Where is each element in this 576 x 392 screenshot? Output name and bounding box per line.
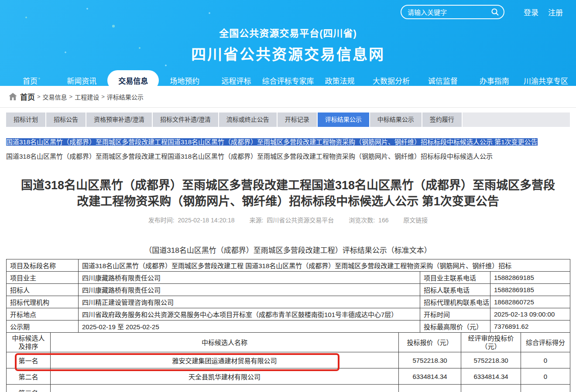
candidate-row-first: 第一名 雅安交建集团运通建材贸易有限公司 5752218.30 5752218.… <box>7 352 570 368</box>
login-link[interactable]: 登录 <box>524 7 538 17</box>
publicity-period-label: 公示期 <box>7 320 79 333</box>
nav-item-news[interactable]: 新闻资讯 <box>56 75 107 86</box>
project-name-value: 国道318名山区黑竹（成都界）至雨城区多营段改建工程 国道318名山区黑竹（成都… <box>79 259 570 272</box>
tab-evaluation-result[interactable]: 评标结果公示 <box>318 112 369 127</box>
nav-item-expert-pool[interactable]: 综合评标专家库 <box>262 75 314 86</box>
info-row-publicity-period: 公示期 2025-02-19 至 2025-02-25 投标最高限价（元） 73… <box>7 320 570 333</box>
original-link[interactable]: 原文链接 <box>403 217 428 224</box>
score-cell: 0 <box>521 352 570 368</box>
bid-price-header: 投标报价（元） <box>399 333 461 352</box>
publish-time-value: 2025-02-18 14:20:18 <box>178 217 235 224</box>
nav-item-home[interactable]: 首页 <box>4 75 56 86</box>
home-icon <box>9 93 17 100</box>
agency-phone-label: 招标代理机构联系电话 <box>420 296 490 308</box>
search-placeholder: 请输入关键字 <box>408 7 447 17</box>
rank-header: 中标候选人及排序 <box>7 333 51 352</box>
owner-phone-label: 项目业主联系电话 <box>420 272 490 284</box>
rank-cell: 第二名 <box>7 368 51 385</box>
candidate-name-cell: 天全县凯华建材有限公司 <box>51 368 399 385</box>
header-top: 请输入关键字 登录 注册 <box>0 0 576 19</box>
views-label: 浏览次数: <box>349 217 375 224</box>
tab-prequalification-addendum[interactable]: 资格预审补遗/澄清 <box>86 112 152 127</box>
announcement-link-selected[interactable]: 国道318名山区黑竹（成都界）至雨城区多营段改建工程国道318名山区黑竹（成都界… <box>6 138 538 146</box>
score-header: 综合评标得分 <box>521 333 570 352</box>
candidate-name-cell <box>51 385 399 392</box>
main-nav: 首页 新闻资讯 交易信息 场地预约 远程评标 综合评标专家库 政策法规 大数据分… <box>0 70 576 91</box>
candidate-row-second: 第二名 天全县凯华建材有限公司 6334814.34 6334814.34 0 <box>7 368 570 385</box>
project-name-label: 项目及标段名称 <box>7 259 79 272</box>
nav-item-big-data[interactable]: 大数据分析 <box>366 75 417 86</box>
reviewed-price-cell: 6334814.34 <box>461 368 521 385</box>
announcement-item[interactable]: 国道318名山区黑竹（成都界）至雨城区多营段改建工程国道318名山区黑竹（成都界… <box>6 152 570 160</box>
source-value: 四川省公共资源交易平台 <box>267 217 334 224</box>
candidate-name-cell: 雅安交建集团运通建材贸易有限公司 <box>51 352 399 368</box>
info-row-agency: 招标代理机构 四川精正建设管理咨询有限公司 招标代理机构联系电话 1868286… <box>7 296 570 308</box>
reviewed-price-cell: 5752218.30 <box>461 352 521 368</box>
result-section-title: （国道318名山区黑竹（成都界）至雨城区多营段改建工程）评标结果公示（标准文本） <box>0 244 576 255</box>
breadcrumb-evaluation-result[interactable]: 评标结果公示 <box>107 92 144 101</box>
agency-value: 四川精正建设管理咨询有限公司 <box>79 296 420 308</box>
opening-place-label: 开标地点 <box>7 308 79 320</box>
nav-item-guide[interactable]: 办事指南 <box>469 75 520 86</box>
nav-item-trade-info[interactable]: 交易信息 <box>107 70 159 91</box>
register-link[interactable]: 注册 <box>548 7 563 17</box>
tab-bid-doc-addendum[interactable]: 招标文件补遗/澄清 <box>153 112 218 127</box>
score-cell: 0 <box>521 368 570 385</box>
agency-phone-value: 18682860725 <box>490 296 570 308</box>
owner-value: 四川康藏路桥有限责任公司 <box>79 272 420 284</box>
breadcrumb-trade-info[interactable]: 交易信息 <box>43 92 67 101</box>
breadcrumb-separator: > <box>101 93 105 100</box>
publicity-period-value: 2025-02-19 至 2025-02-25 <box>79 320 420 333</box>
views-value: 166 <box>378 217 388 224</box>
breadcrumb-engineering[interactable]: 工程建设 <box>75 92 99 101</box>
bid-price-cell: 6334814.34 <box>399 368 461 385</box>
score-cell <box>521 385 570 392</box>
info-row-opening-place: 开标地点 四川省政府政务服务和公共资源交易服务中心本项目开标室（成都市青羊区鼓楼… <box>7 308 570 320</box>
nav-item-venue-booking[interactable]: 场地预约 <box>159 75 210 86</box>
article-title: 国道318名山区黑竹（成都界）至雨城区多营段改建工程国道318名山区黑竹（成都界… <box>15 177 561 210</box>
tab-strip-filler <box>463 112 570 127</box>
tab-bid-announcement[interactable]: 招标公告 <box>46 112 86 127</box>
nav-item-policies[interactable]: 政策法规 <box>314 75 365 86</box>
tab-strip: 招标计划 招标公告 资格预审补遗/澄清 招标文件补遗/澄清 流标或终止公告 开标… <box>6 112 570 127</box>
tab-bid-plan[interactable]: 招标计划 <box>6 112 45 127</box>
tab-award-result[interactable]: 中标结果公示 <box>370 112 422 127</box>
candidates-header-row: 中标候选人及排序 中标候选人名称 投标报价（元） 经评审的投标价（元） 综合评标… <box>7 333 570 352</box>
tab-bid-opening-record[interactable]: 开标记录 <box>278 112 317 127</box>
project-info-table: 项目及标段名称 国道318名山区黑竹（成都界）至雨城区多营段改建工程 国道318… <box>6 259 570 333</box>
reviewed-price-cell <box>461 385 521 392</box>
tenderer-value: 四川康藏路桥有限责任公司 <box>79 284 420 296</box>
max-price-value: 7376891.62 <box>490 320 570 333</box>
tenderer-label: 招标人 <box>7 284 79 296</box>
platform-title: 全国公共资源交易平台(四川省) <box>0 25 576 39</box>
breadcrumb-separator: > <box>37 93 41 100</box>
tab-contract-performance[interactable]: 签约履行 <box>422 112 462 127</box>
info-table-wrap: 项目及标段名称 国道318名山区黑竹（成都界）至雨城区多营段改建工程 国道318… <box>6 259 570 392</box>
info-row-tenderer: 招标人 四川康藏路桥有限责任公司 招标人联系电话 15882869185 <box>7 284 570 296</box>
info-row-project-name: 项目及标段名称 国道318名山区黑竹（成都界）至雨城区多营段改建工程 国道318… <box>7 259 570 272</box>
agency-label: 招标代理机构 <box>7 296 79 308</box>
tenderer-phone-label: 招标人联系电话 <box>420 284 490 296</box>
candidate-row-third: 第三名 <box>7 385 570 392</box>
owner-phone-value: 15882869185 <box>490 272 570 284</box>
search-input[interactable]: 请输入关键字 <box>401 5 504 19</box>
info-row-owner: 项目业主 四川康藏路桥有限责任公司 项目业主联系电话 15882869185 <box>7 272 570 284</box>
tab-failed-or-terminated[interactable]: 流标或终止公告 <box>219 112 277 127</box>
opening-time-value: 2025-02-13 09:00:00 <box>490 308 570 320</box>
max-price-label: 投标最高限价（元） <box>420 320 490 333</box>
nav-item-remote-evaluation[interactable]: 远程评标 <box>210 75 262 86</box>
site-header: 请输入关键字 登录 注册 全国公共资源交易平台(四川省) 四川省公共资源交易信息… <box>0 0 576 86</box>
owner-label: 项目业主 <box>7 272 79 284</box>
announcement-item-highlighted[interactable]: 国道318名山区黑竹（成都界）至雨城区多营段改建工程国道318名山区黑竹（成都界… <box>6 138 570 146</box>
article-meta: 发布时间:2025-02-18 14:20:18 来源:四川省公共资源交易平台 … <box>0 215 576 224</box>
search-icon[interactable] <box>490 7 499 16</box>
breadcrumb-home[interactable]: 首页 <box>20 91 35 102</box>
rank-cell: 第三名 <box>7 385 51 392</box>
bid-price-cell <box>399 385 461 392</box>
publish-time-label: 发布时间: <box>148 217 175 224</box>
nav-item-chuanyu-zone[interactable]: 川渝共享专区 <box>520 75 572 86</box>
nav-item-integrity[interactable]: 诚信监督 <box>417 75 469 86</box>
opening-place-value: 四川省政府政务服务和公共资源交易服务中心本项目开标室（成都市青羊区鼓楼南街101… <box>79 308 420 320</box>
source-label: 来源: <box>249 217 263 224</box>
opening-time-label: 开标时间 <box>420 308 490 320</box>
